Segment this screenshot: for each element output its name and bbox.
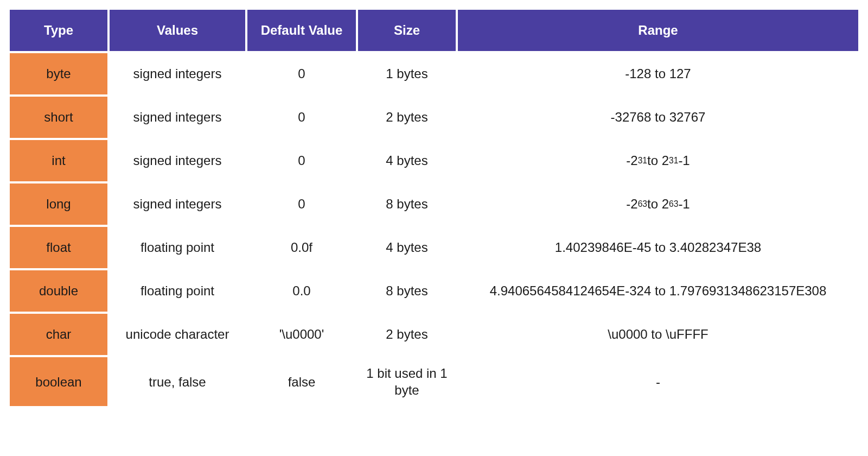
cell-values: signed integers: [110, 97, 245, 138]
cell-type: char: [10, 314, 107, 355]
cell-values: floating point: [110, 227, 245, 268]
cell-default: 0: [247, 140, 356, 181]
table-body: bytesigned integers01 bytes-128 to 127sh…: [10, 53, 858, 406]
cell-values: true, false: [110, 357, 245, 406]
header-values: Values: [110, 10, 245, 51]
cell-type: float: [10, 227, 107, 268]
cell-range: -128 to 127: [458, 53, 858, 94]
cell-default: 0.0f: [247, 227, 356, 268]
cell-size: 2 bytes: [358, 314, 456, 355]
table-row: doublefloating point0.08 bytes4.94065645…: [10, 270, 858, 312]
cell-values: signed integers: [110, 183, 245, 225]
cell-size: 1 bytes: [358, 53, 456, 94]
cell-size: 8 bytes: [358, 183, 456, 225]
table-row: intsigned integers04 bytes-231 to 231 -1: [10, 140, 858, 181]
data-types-table: Type Values Default Value Size Range byt…: [0, 0, 868, 418]
cell-size: 2 bytes: [358, 97, 456, 138]
cell-range: 1.40239846E-45 to 3.40282347E38: [458, 227, 858, 268]
cell-default: 0: [247, 53, 356, 94]
table-row: floatfloating point0.0f4 bytes1.40239846…: [10, 227, 858, 268]
header-type: Type: [10, 10, 107, 51]
cell-type: long: [10, 183, 107, 225]
cell-range: -: [458, 357, 858, 406]
cell-range: \u0000 to \uFFFF: [458, 314, 858, 355]
cell-size: 4 bytes: [358, 140, 456, 181]
cell-size: 4 bytes: [358, 227, 456, 268]
cell-values: signed integers: [110, 53, 245, 94]
table-row: shortsigned integers02 bytes-32768 to 32…: [10, 97, 858, 138]
header-size: Size: [358, 10, 456, 51]
cell-default: 0: [247, 183, 356, 225]
table-header-row: Type Values Default Value Size Range: [10, 10, 858, 51]
table-row: longsigned integers08 bytes-263 to 263 -…: [10, 183, 858, 225]
cell-values: floating point: [110, 270, 245, 312]
table-row: booleantrue, falsefalse1 bit used in 1 b…: [10, 357, 858, 406]
header-range: Range: [458, 10, 858, 51]
cell-type: byte: [10, 53, 107, 94]
cell-values: unicode character: [110, 314, 245, 355]
cell-range: 4.9406564584124654E-324 to 1.79769313486…: [458, 270, 858, 312]
cell-default: 0: [247, 97, 356, 138]
header-default: Default Value: [247, 10, 356, 51]
cell-default: 0.0: [247, 270, 356, 312]
cell-type: int: [10, 140, 107, 181]
cell-range: -263 to 263 -1: [458, 183, 858, 225]
cell-range: -32768 to 32767: [458, 97, 858, 138]
cell-size: 1 bit used in 1 byte: [358, 357, 456, 406]
cell-range: -231 to 231 -1: [458, 140, 858, 181]
cell-default: '\u0000': [247, 314, 356, 355]
cell-type: boolean: [10, 357, 107, 406]
cell-values: signed integers: [110, 140, 245, 181]
table-row: charunicode character'\u0000'2 bytes\u00…: [10, 314, 858, 355]
table-row: bytesigned integers01 bytes-128 to 127: [10, 53, 858, 94]
cell-default: false: [247, 357, 356, 406]
cell-size: 8 bytes: [358, 270, 456, 312]
cell-type: double: [10, 270, 107, 312]
cell-type: short: [10, 97, 107, 138]
